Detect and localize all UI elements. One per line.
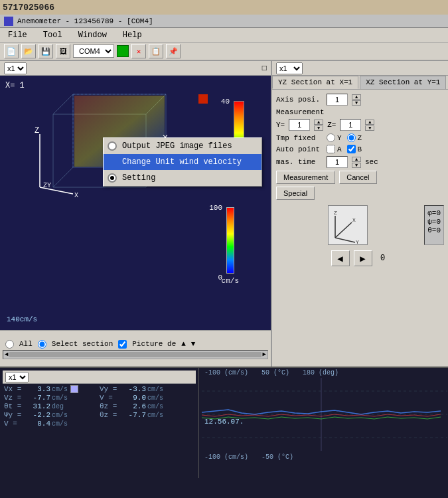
nav-back-button[interactable]: ◀: [331, 250, 350, 266]
right-panel-select[interactable]: x1: [276, 62, 303, 74]
toolbar-btn-copy[interactable]: 📋: [149, 44, 163, 58]
psiy-unit: cm/s: [52, 412, 68, 419]
psiy-value: -2.2: [24, 411, 50, 419]
ctx-radio-setting: [108, 173, 117, 183]
mas-time-label: mas. time: [276, 158, 323, 166]
list-item: V = 8.4 cm/s: [4, 420, 99, 428]
svg-text:ZY: ZY: [43, 182, 51, 189]
connect-button[interactable]: [117, 45, 129, 57]
speed-label: 140cm/s: [7, 315, 37, 323]
horizontal-scrollbar[interactable]: ◀ ▶: [3, 350, 268, 359]
nav-forward-button[interactable]: ▶: [354, 250, 372, 266]
ctx-item-change-unit[interactable]: Change Unit wind velocity: [104, 154, 261, 170]
measurement-button[interactable]: Measurement: [276, 171, 335, 184]
measurement-label-row: Measurement: [276, 108, 444, 116]
toolbar-btn-x[interactable]: ✕: [131, 44, 146, 58]
axis-pos-input[interactable]: [327, 94, 348, 106]
yz-row: Y= ▲ ▼ Z= ▲ ▼: [276, 119, 444, 131]
svg-text:Z: Z: [334, 210, 337, 216]
main-content: x1 □ X= 1 Z ZY X: [0, 61, 448, 367]
mas-time-row: mas. time ▲ ▼ sec: [276, 156, 444, 168]
left-panel-maximize[interactable]: □: [262, 64, 267, 73]
radio-select[interactable]: [38, 340, 46, 349]
auto-point-b-check[interactable]: [347, 145, 356, 153]
checkbox-picture-label: Picture de: [132, 340, 176, 348]
chart-bottom-labels: -100 (cm/s) -50 (°C): [199, 452, 448, 462]
top-strip: 5717025066: [0, 0, 448, 15]
axis-pos-up[interactable]: ▲: [352, 94, 361, 100]
small-viz-svg: Z Y X: [329, 206, 367, 244]
menu-window[interactable]: Window: [76, 30, 110, 41]
data-select[interactable]: x1: [5, 372, 29, 382]
vy-label: Vy =: [100, 385, 118, 393]
y-up[interactable]: ▲: [314, 120, 323, 125]
measurement-section-label: Measurement: [276, 108, 325, 116]
radio-all[interactable]: [5, 340, 14, 349]
angle-display: φ= 0 ψ= 0 θ= 0: [424, 205, 444, 245]
tab-xz-section[interactable]: XZ Section at Y=1: [360, 76, 446, 89]
tmp-radio-group: Y Z: [327, 133, 362, 142]
scroll-arrow-up[interactable]: ▲: [181, 340, 186, 348]
list-item: Ψy = -2.2 cm/s: [4, 411, 99, 419]
list-item: V = 9.0 cm/s: [100, 394, 194, 402]
save-button[interactable]: 💾: [38, 44, 53, 58]
tmp-fixed-label: Tmp fixed: [276, 134, 323, 142]
screenshot-button[interactable]: 🖼: [56, 44, 70, 58]
scroll-right-arrow[interactable]: ▶: [263, 351, 266, 358]
tab-yz-section[interactable]: YZ Section at X=1: [272, 76, 358, 89]
ctx-item-jpeg[interactable]: Output JPEG image files: [104, 138, 261, 154]
left-panel-select[interactable]: x1: [4, 62, 27, 74]
axis-pos-spinner: ▲ ▼: [352, 94, 361, 106]
v2-label: V =: [4, 420, 23, 428]
menu-file[interactable]: File: [5, 30, 30, 41]
right-panel: x1 YZ Section at X=1 XZ Section at Y=1 A…: [272, 61, 448, 367]
phi-value: 0: [436, 209, 441, 217]
auto-point-row: Auto point A B: [276, 145, 444, 153]
auto-point-a-check[interactable]: [327, 145, 335, 153]
small-visualization: Z Y X: [328, 205, 368, 245]
tmp-z-radio-label[interactable]: Z: [347, 133, 362, 142]
z-down[interactable]: ▼: [365, 125, 374, 131]
ctx-item-setting[interactable]: Setting: [104, 170, 261, 186]
mas-time-input[interactable]: [327, 156, 348, 168]
auto-point-b-label[interactable]: B: [347, 145, 362, 153]
toolbar-btn-paste[interactable]: 📌: [166, 44, 181, 58]
toolbar: 📄 📂 💾 🖼 COM4 ✕ 📋 📌: [0, 42, 448, 61]
checkbox-picture[interactable]: [118, 340, 127, 349]
vx-unit: cm/s: [52, 386, 68, 393]
scroll-arrow-down[interactable]: ▼: [191, 340, 196, 348]
auto-point-a-label[interactable]: A: [327, 145, 342, 153]
cancel-button[interactable]: Cancel: [339, 171, 376, 184]
svg-line-5: [53, 167, 73, 187]
svg-text:X: X: [74, 192, 78, 199]
mas-time-down[interactable]: ▼: [352, 163, 361, 168]
axis-pos-label: Axis posi.: [276, 96, 323, 104]
menu-tool[interactable]: Tool: [40, 30, 65, 41]
list-item: Vz = -7.7 cm/s: [4, 394, 99, 402]
svg-text:Z: Z: [35, 126, 39, 135]
tmp-y-radio-label[interactable]: Y: [327, 133, 342, 142]
thetaz2-unit: cm/s: [147, 412, 163, 419]
vx-label: Vx =: [4, 385, 23, 393]
left-panel-header: x1 □: [0, 61, 271, 76]
tmp-y-radio[interactable]: [327, 133, 335, 142]
open-button[interactable]: 📂: [21, 44, 36, 58]
axis-pos-down[interactable]: ▼: [352, 100, 361, 106]
y-down[interactable]: ▼: [314, 125, 323, 131]
z-up[interactable]: ▲: [365, 120, 374, 125]
mas-time-up[interactable]: ▲: [352, 157, 361, 162]
new-button[interactable]: 📄: [4, 44, 19, 58]
y-input[interactable]: [289, 119, 310, 131]
right-panel-body: Axis posi. ▲ ▼ Measurement Y= ▲ ▼ Z=: [272, 90, 448, 273]
z-spinner: ▲ ▼: [365, 120, 374, 131]
scale-top-label: 40: [221, 98, 230, 106]
tmp-fixed-row: Tmp fixed Y Z: [276, 133, 444, 142]
data-left: x1 Vx = 3.3 cm/s Vy = -3.3 cm/s Vz = -7.…: [0, 368, 199, 478]
thetat-value: 31.2: [24, 402, 50, 410]
com-port-select[interactable]: COM4: [73, 44, 114, 58]
tmp-z-radio[interactable]: [347, 133, 356, 142]
z-input[interactable]: [340, 119, 361, 131]
menu-help[interactable]: Help: [120, 30, 145, 41]
scroll-left-arrow[interactable]: ◀: [5, 351, 8, 358]
special-button[interactable]: Special: [276, 187, 315, 200]
